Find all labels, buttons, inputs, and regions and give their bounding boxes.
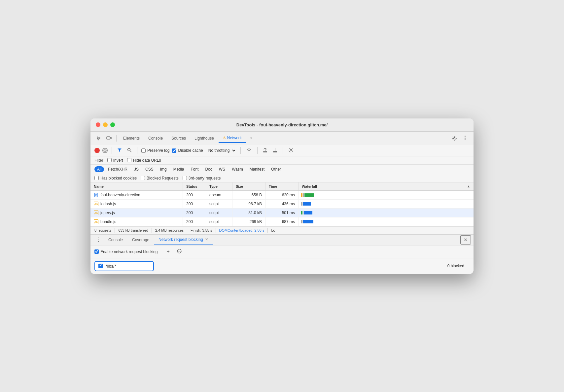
filter-fetch-xhr-btn[interactable]: Fetch/XHR bbox=[105, 166, 130, 172]
record-button[interactable] bbox=[94, 148, 100, 153]
blocked-count: 0 blocked bbox=[447, 264, 464, 268]
row-status: 200 bbox=[183, 209, 206, 217]
requests-table: foul-heavenly-direction.... 200 docum...… bbox=[90, 191, 474, 226]
disable-cache-checkbox-label[interactable]: Disable cache bbox=[172, 148, 203, 153]
blocking-pattern-checkbox[interactable] bbox=[98, 264, 103, 268]
third-party-label[interactable]: 3rd-party requests bbox=[183, 176, 221, 180]
more-options-btn[interactable]: ⋮ bbox=[460, 134, 470, 143]
stop-button[interactable] bbox=[102, 148, 108, 153]
wifi-icon-btn[interactable] bbox=[245, 147, 253, 154]
row-waterfall bbox=[299, 209, 474, 217]
devtools-window: DevTools - foul-heavenly-direction.glitc… bbox=[90, 118, 474, 274]
filter-media-btn[interactable]: Media bbox=[171, 166, 187, 172]
separator bbox=[137, 147, 137, 154]
bottom-tab-network-blocking[interactable]: Network request blocking ✕ bbox=[154, 235, 213, 245]
enable-blocking-label[interactable]: Enable network request blocking bbox=[94, 249, 158, 254]
filter-icon-btn[interactable] bbox=[116, 147, 123, 154]
type-filter-row: All Fetch/XHR JS CSS Img Media Font Doc … bbox=[90, 165, 474, 174]
filter-css-btn[interactable]: CSS bbox=[143, 166, 156, 172]
row-waterfall bbox=[299, 200, 474, 208]
table-header: Name Status Type Size Time Waterfall ▲ bbox=[90, 182, 474, 191]
bottom-tab-console[interactable]: Console bbox=[104, 235, 127, 245]
throttle-select[interactable]: No throttling bbox=[206, 147, 236, 154]
row-time: 620 ms bbox=[265, 191, 299, 199]
tab-console[interactable]: Console bbox=[144, 134, 167, 143]
close-button[interactable] bbox=[96, 122, 100, 127]
third-party-checkbox[interactable] bbox=[183, 176, 187, 180]
filter-img-btn[interactable]: Img bbox=[158, 166, 169, 172]
invert-checkbox-label[interactable]: Invert bbox=[107, 158, 123, 163]
table-row[interactable]: JS bundle.js 200 script 269 kB 687 ms bbox=[90, 217, 474, 226]
add-pattern-btn[interactable]: + bbox=[164, 248, 171, 255]
row-status: 200 bbox=[183, 191, 206, 199]
clear-icon bbox=[177, 249, 182, 253]
network-settings-btn[interactable] bbox=[287, 147, 295, 154]
disable-cache-checkbox[interactable] bbox=[172, 148, 176, 153]
close-bottom-panel-btn[interactable]: ✕ bbox=[460, 235, 471, 245]
preserve-log-checkbox-label[interactable]: Preserve log bbox=[141, 148, 169, 153]
row-type: script bbox=[206, 209, 232, 217]
tab-more[interactable]: » bbox=[246, 134, 257, 143]
row-size: 269 kB bbox=[232, 217, 265, 226]
filter-font-btn[interactable]: Font bbox=[188, 166, 201, 172]
blocked-requests-label[interactable]: Blocked Requests bbox=[141, 176, 179, 180]
table-row[interactable]: JS lodash.js 200 script 96.7 kB 436 ms bbox=[90, 200, 474, 209]
search-icon bbox=[127, 148, 132, 152]
tab-close-btn[interactable]: ✕ bbox=[205, 237, 208, 242]
row-name: JS jquery.js bbox=[90, 209, 183, 217]
filter-all-btn[interactable]: All bbox=[94, 166, 104, 172]
separator bbox=[240, 147, 241, 154]
cursor-icon-btn[interactable] bbox=[94, 135, 103, 142]
js-icon: JS bbox=[94, 219, 98, 224]
bottom-tab-coverage[interactable]: Coverage bbox=[127, 235, 154, 245]
has-blocked-cookies-label[interactable]: Has blocked cookies bbox=[94, 176, 137, 180]
tab-elements[interactable]: Elements bbox=[119, 134, 144, 143]
blocked-requests-checkbox[interactable] bbox=[141, 176, 145, 180]
col-name[interactable]: Name bbox=[90, 182, 183, 190]
col-time[interactable]: Time bbox=[265, 182, 299, 190]
transferred-size: 633 kB transferred bbox=[115, 228, 152, 232]
col-waterfall[interactable]: Waterfall ▲ bbox=[299, 182, 474, 190]
clear-patterns-btn[interactable] bbox=[175, 248, 184, 255]
row-status: 200 bbox=[183, 217, 206, 226]
upload-icon-btn[interactable] bbox=[262, 147, 269, 154]
table-row[interactable]: JS jquery.js 200 script 81.0 kB 501 ms bbox=[90, 209, 474, 217]
tab-lighthouse[interactable]: Lighthouse bbox=[191, 134, 218, 143]
tab-sources[interactable]: Sources bbox=[167, 134, 190, 143]
col-type[interactable]: Type bbox=[206, 182, 232, 190]
js-icon: JS bbox=[94, 211, 98, 215]
preserve-log-checkbox[interactable] bbox=[141, 148, 146, 153]
row-time: 501 ms bbox=[265, 209, 299, 217]
col-size[interactable]: Size bbox=[232, 182, 265, 190]
filter-wasm-btn[interactable]: Wasm bbox=[229, 166, 246, 172]
bottom-panel: ⋮ Console Coverage Network request block… bbox=[90, 234, 474, 274]
filter-ws-btn[interactable]: WS bbox=[216, 166, 228, 172]
hide-data-urls-checkbox-label[interactable]: Hide data URLs bbox=[127, 158, 161, 163]
device-toolbar-icon-btn[interactable] bbox=[104, 135, 114, 142]
bottom-more-btn[interactable]: ⋮ bbox=[93, 235, 104, 245]
gear-icon bbox=[452, 136, 457, 141]
tab-network[interactable]: ⚠ Network bbox=[219, 134, 246, 143]
filter-js-btn[interactable]: JS bbox=[131, 166, 141, 172]
cursor-icon bbox=[96, 136, 101, 141]
maximize-button[interactable] bbox=[110, 122, 115, 127]
search-icon-btn[interactable] bbox=[126, 147, 133, 154]
download-icon-btn[interactable] bbox=[271, 147, 279, 154]
invert-checkbox[interactable] bbox=[107, 158, 112, 162]
minimize-button[interactable] bbox=[103, 122, 108, 127]
table-row[interactable]: foul-heavenly-direction.... 200 docum...… bbox=[90, 191, 474, 200]
cookie-filter-row: Has blocked cookies Blocked Requests 3rd… bbox=[90, 174, 474, 182]
settings-icon-btn[interactable] bbox=[450, 134, 459, 143]
js-icon: JS bbox=[94, 202, 98, 206]
filter-doc-btn[interactable]: Doc bbox=[202, 166, 215, 172]
filter-manifest-btn[interactable]: Manifest bbox=[247, 166, 267, 172]
separator bbox=[161, 249, 161, 255]
waterfall-line bbox=[335, 209, 335, 217]
hide-data-urls-checkbox[interactable] bbox=[127, 158, 131, 162]
separator bbox=[112, 147, 112, 154]
blocking-item[interactable]: /libs/* bbox=[94, 261, 154, 271]
enable-blocking-checkbox[interactable] bbox=[94, 249, 99, 254]
col-status[interactable]: Status bbox=[183, 182, 206, 190]
has-blocked-cookies-checkbox[interactable] bbox=[94, 176, 99, 180]
filter-other-btn[interactable]: Other bbox=[268, 166, 284, 172]
